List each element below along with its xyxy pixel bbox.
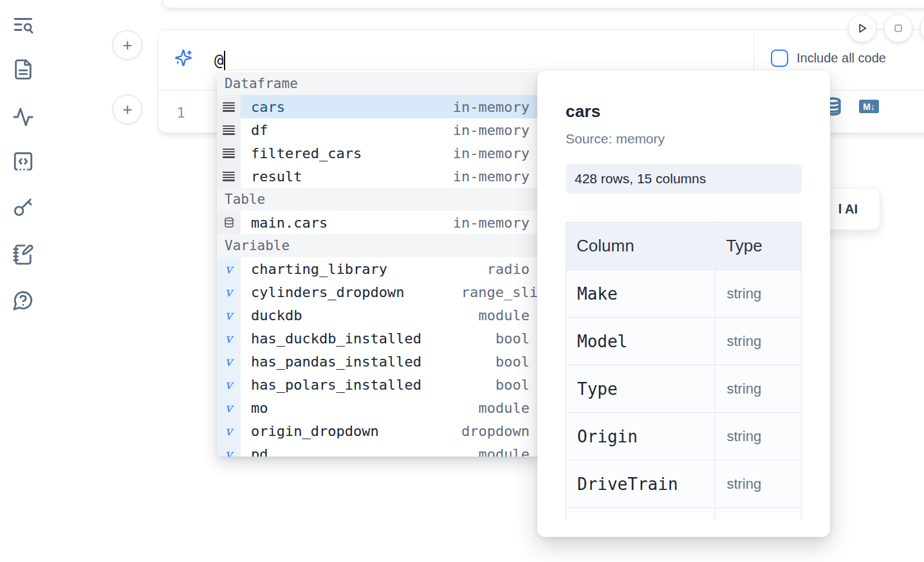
schema-header-row: Column Type [566,222,802,270]
file-document-icon[interactable] [12,59,34,80]
run-cell-button[interactable] [848,14,876,42]
include-all-code-label: Include all code [797,51,886,66]
autocomplete-item-df[interactable]: dfin-memory [217,118,539,141]
include-all-code-checkbox[interactable] [771,50,788,67]
preview-shape-badge: 428 rows, 15 columns [566,164,802,194]
add-cell-button-top[interactable]: + [113,30,142,60]
schema-row: Origin string [566,413,802,460]
dataframe-icon [217,141,241,165]
variable-icon: v [217,396,241,419]
help-chat-icon[interactable] [12,289,34,311]
activity-icon[interactable] [12,106,34,128]
preview-title: cars [566,102,802,122]
snippets-code-icon[interactable] [12,150,34,172]
variable-icon: v [217,304,241,327]
dataframe-icon [217,165,241,188]
schema-header-type: Type [716,222,802,270]
variable-icon: v [217,280,241,304]
preview-source: Source: memory [566,131,802,147]
scratchpad-notebook-pen-icon[interactable] [12,244,34,266]
variable-icon: v [217,350,241,373]
text-caret [224,51,225,70]
variable-icon: v [217,419,241,442]
dataframe-icon [217,118,241,141]
autocomplete-item-pd[interactable]: v pdmodule [217,442,539,457]
autocomplete-item-filtered-cars[interactable]: filtered_carsin-memory [217,141,539,165]
table-database-icon [217,211,241,234]
secrets-key-icon[interactable] [12,197,34,219]
markdown-convert-icon[interactable]: M↓ [859,100,879,113]
autocomplete-popup: Dataframe carsin-memory dfin-memory filt… [217,71,539,457]
autocomplete-item-cylinders-dropdown[interactable]: v cylinders_dropdownrange_sli [217,280,539,304]
autocomplete-section-table: Table [217,188,539,211]
schema-row-clipped [566,508,802,520]
schema-row: DriveTrain string [566,460,802,508]
autocomplete-item-duckdb[interactable]: v duckdbmodule [217,304,539,327]
schema-header-column: Column [566,222,716,270]
previous-cell [162,0,924,8]
schema-row: Make string [566,270,802,318]
marimo-notebook-screen: + + @ Include all code 1 M↓ [0,0,924,562]
stop-cell-button[interactable] [884,14,912,42]
variable-icon: v [217,442,241,457]
autocomplete-item-origin-dropdown[interactable]: v origin_dropdowndropdown [217,419,539,442]
variable-icon: v [217,373,241,396]
ai-prompt-value: @ [214,51,223,69]
add-cell-button-bottom[interactable]: + [113,95,142,124]
autocomplete-item-has-pandas-installed[interactable]: v has_pandas_installedbool [217,350,539,373]
autocomplete-item-mo[interactable]: v momodule [217,396,539,419]
variable-icon: v [217,327,241,350]
autocomplete-section-dataframe: Dataframe [217,72,539,95]
ai-sparkles-icon [174,49,192,67]
variable-icon: v [217,257,241,280]
autocomplete-item-result[interactable]: resultin-memory [217,165,539,188]
autocomplete-item-has-duckdb-installed[interactable]: v has_duckdb_installedbool [217,327,539,350]
autocomplete-item-has-polars-installed[interactable]: v has_polars_installedbool [217,373,539,396]
preview-schema-table: Column Type Make string Model string Typ… [566,222,802,520]
dataframe-icon [217,95,241,118]
dataframe-preview-panel: cars Source: memory 428 rows, 15 columns… [537,71,830,537]
autocomplete-section-variable: Variable [217,234,539,257]
autocomplete-item-charting-library[interactable]: v charting_libraryradio [217,257,539,280]
schema-row: Type string [566,365,802,413]
schema-row: Model string [566,318,802,365]
toc-search-icon[interactable] [12,14,34,35]
line-number: 1 [171,91,190,134]
autocomplete-item-main-cars[interactable]: main.carsin-memory [217,211,539,234]
include-all-code-control[interactable]: Include all code [771,50,886,67]
autocomplete-item-cars[interactable]: carsin-memory [217,95,539,118]
